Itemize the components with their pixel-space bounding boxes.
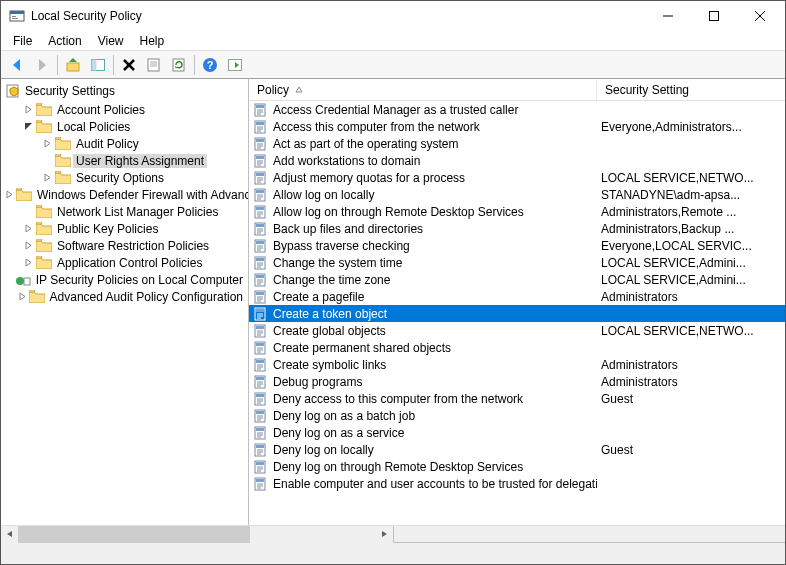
menu-view[interactable]: View bbox=[90, 32, 132, 50]
list-row[interactable]: Adjust memory quotas for a processLOCAL … bbox=[249, 169, 785, 186]
tree-item[interactable]: Local Policies bbox=[1, 118, 248, 135]
svg-rect-135 bbox=[256, 428, 264, 431]
list-row[interactable]: Allow log on locallySTANADYNE\adm-apsa..… bbox=[249, 186, 785, 203]
close-button[interactable] bbox=[737, 1, 783, 31]
tree-pane[interactable]: Security Settings Account PoliciesLocal … bbox=[1, 79, 249, 525]
list-row[interactable]: Access this computer from the networkEve… bbox=[249, 118, 785, 135]
up-folder-button[interactable] bbox=[61, 53, 85, 77]
list-row[interactable]: Deny log on as a batch job bbox=[249, 407, 785, 424]
svg-rect-140 bbox=[256, 445, 264, 448]
tree-item[interactable]: Software Restriction Policies bbox=[1, 237, 248, 254]
policy-name: Access Credential Manager as a trusted c… bbox=[273, 103, 518, 117]
tree-item-label: Audit Policy bbox=[73, 137, 142, 151]
maximize-button[interactable] bbox=[691, 1, 737, 31]
expand-arrow-icon[interactable] bbox=[5, 189, 14, 201]
tree-item[interactable]: User Rights Assignment bbox=[1, 152, 248, 169]
expand-arrow-icon[interactable] bbox=[22, 206, 34, 218]
list-row[interactable]: Act as part of the operating system bbox=[249, 135, 785, 152]
list-row[interactable]: Deny log on through Remote Desktop Servi… bbox=[249, 458, 785, 475]
svg-rect-120 bbox=[256, 377, 264, 380]
tree-item[interactable]: Public Key Policies bbox=[1, 220, 248, 237]
tree-item[interactable]: Network List Manager Policies bbox=[1, 203, 248, 220]
list-row[interactable]: Debug programsAdministrators bbox=[249, 373, 785, 390]
export-button[interactable] bbox=[223, 53, 247, 77]
expand-arrow-icon[interactable] bbox=[22, 223, 34, 235]
list-row[interactable]: Create a pagefileAdministrators bbox=[249, 288, 785, 305]
expand-arrow-icon[interactable] bbox=[41, 155, 53, 167]
delete-button[interactable] bbox=[117, 53, 141, 77]
tree-item[interactable]: Account Policies bbox=[1, 101, 248, 118]
show-hide-tree-button[interactable] bbox=[86, 53, 110, 77]
menu-action[interactable]: Action bbox=[40, 32, 89, 50]
policy-name: Adjust memory quotas for a process bbox=[273, 171, 465, 185]
tree-item-label: Network List Manager Policies bbox=[54, 205, 221, 219]
svg-rect-85 bbox=[256, 258, 264, 261]
list-row[interactable]: Enable computer and user accounts to be … bbox=[249, 475, 785, 492]
expand-arrow-icon[interactable] bbox=[41, 138, 53, 150]
list-row[interactable]: Access Credential Manager as a trusted c… bbox=[249, 101, 785, 118]
column-header-setting[interactable]: Security Setting bbox=[597, 80, 785, 100]
list-pane: Policy Security Setting Access Credentia… bbox=[249, 79, 785, 525]
list-row[interactable]: Change the time zoneLOCAL SERVICE,Admini… bbox=[249, 271, 785, 288]
policy-name: Deny access to this computer from the ne… bbox=[273, 392, 523, 406]
policy-name: Deny log on through Remote Desktop Servi… bbox=[273, 460, 523, 474]
expand-arrow-icon[interactable] bbox=[22, 257, 34, 269]
tree-root[interactable]: Security Settings bbox=[1, 81, 248, 101]
expand-arrow-icon[interactable] bbox=[22, 104, 34, 116]
svg-rect-95 bbox=[256, 292, 264, 295]
list-row[interactable]: Allow log on through Remote Desktop Serv… bbox=[249, 203, 785, 220]
policy-name: Deny log on as a service bbox=[273, 426, 404, 440]
list-row[interactable]: Deny log on locallyGuest bbox=[249, 441, 785, 458]
tree-hscroll[interactable] bbox=[1, 525, 785, 542]
menubar: File Action View Help bbox=[1, 31, 785, 51]
menu-help[interactable]: Help bbox=[132, 32, 173, 50]
tree-item[interactable]: Audit Policy bbox=[1, 135, 248, 152]
list-row[interactable]: Back up files and directoriesAdministrat… bbox=[249, 220, 785, 237]
list-row[interactable]: Change the system timeLOCAL SERVICE,Admi… bbox=[249, 254, 785, 271]
menu-file[interactable]: File bbox=[5, 32, 40, 50]
policy-icon bbox=[253, 459, 269, 475]
svg-rect-2 bbox=[12, 16, 16, 17]
folder-icon bbox=[16, 188, 32, 201]
help-button[interactable]: ? bbox=[198, 53, 222, 77]
refresh-button[interactable] bbox=[167, 53, 191, 77]
policy-icon bbox=[253, 306, 269, 322]
list-row[interactable]: Deny log on as a service bbox=[249, 424, 785, 441]
expand-arrow-icon[interactable] bbox=[41, 172, 53, 184]
tree-item[interactable]: Advanced Audit Policy Configuration bbox=[1, 288, 248, 305]
svg-rect-100 bbox=[256, 309, 264, 312]
forward-button[interactable] bbox=[30, 53, 54, 77]
policy-name: Enable computer and user accounts to be … bbox=[273, 477, 597, 491]
tree-item[interactable]: Application Control Policies bbox=[1, 254, 248, 271]
back-button[interactable] bbox=[5, 53, 29, 77]
expand-arrow-icon[interactable] bbox=[22, 121, 34, 133]
expand-arrow-icon[interactable] bbox=[18, 291, 27, 303]
policy-name: Allow log on locally bbox=[273, 188, 374, 202]
list-row[interactable]: Bypass traverse checkingEveryone,LOCAL S… bbox=[249, 237, 785, 254]
tree-item[interactable]: Windows Defender Firewall with Advanced … bbox=[1, 186, 248, 203]
tree-item[interactable]: Security Options bbox=[1, 169, 248, 186]
svg-rect-150 bbox=[256, 479, 264, 482]
minimize-button[interactable] bbox=[645, 1, 691, 31]
list-row[interactable]: Create global objectsLOCAL SERVICE,NETWO… bbox=[249, 322, 785, 339]
list-row[interactable]: Deny access to this computer from the ne… bbox=[249, 390, 785, 407]
list-row[interactable]: Create a token object bbox=[249, 305, 785, 322]
svg-rect-3 bbox=[12, 18, 18, 19]
svg-rect-45 bbox=[256, 122, 264, 125]
policy-name: Deny log on as a batch job bbox=[273, 409, 415, 423]
properties-button[interactable] bbox=[142, 53, 166, 77]
column-header-policy[interactable]: Policy bbox=[249, 80, 597, 100]
policy-icon bbox=[253, 170, 269, 186]
policy-icon bbox=[253, 238, 269, 254]
list-row[interactable]: Add workstations to domain bbox=[249, 152, 785, 169]
list-row[interactable]: Create symbolic linksAdministrators bbox=[249, 356, 785, 373]
tree-item[interactable]: IP Security Policies on Local Computer bbox=[1, 271, 248, 288]
expand-arrow-icon[interactable] bbox=[22, 240, 34, 252]
policy-setting: Everyone,Administrators... bbox=[597, 120, 785, 134]
list-row[interactable]: Create permanent shared objects bbox=[249, 339, 785, 356]
svg-rect-5 bbox=[710, 12, 719, 21]
list-body[interactable]: Access Credential Manager as a trusted c… bbox=[249, 101, 785, 525]
policy-icon bbox=[253, 442, 269, 458]
tree-item-label: User Rights Assignment bbox=[73, 154, 207, 168]
expand-arrow-icon[interactable] bbox=[10, 274, 13, 286]
